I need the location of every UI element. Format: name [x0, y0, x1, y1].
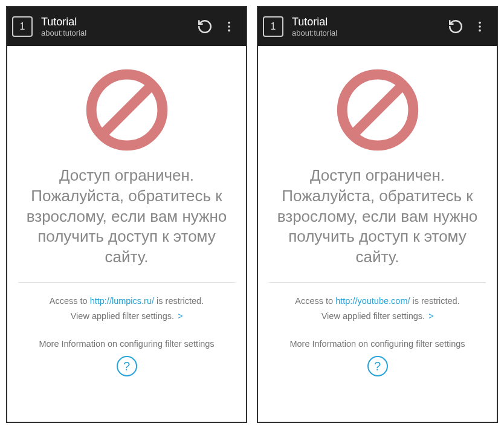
svg-point-7 [479, 30, 481, 32]
chevron-right-icon: > [428, 311, 433, 321]
tab-count: 1 [271, 21, 276, 32]
svg-point-1 [228, 25, 230, 28]
access-suffix: is restricted. [410, 296, 460, 306]
filter-link-text: View applied filter settings. [71, 311, 176, 321]
filter-settings-link[interactable]: View applied filter settings. > [321, 309, 434, 324]
svg-point-2 [228, 30, 230, 32]
reload-button[interactable] [193, 15, 217, 39]
page-title: Tutorial [292, 15, 444, 29]
tabs-button[interactable]: 1 [12, 16, 33, 37]
help-button[interactable]: ? [367, 356, 388, 376]
blocked-url-link[interactable]: http://lumpics.ru/ [90, 296, 154, 306]
blocked-page-content: Доступ ограничен. Пожалуйста, обратитесь… [258, 46, 497, 422]
filter-settings-link[interactable]: View applied filter settings. > [71, 309, 183, 324]
restriction-headline: Доступ ограничен. Пожалуйста, обратитесь… [269, 166, 486, 280]
filter-link-text: View applied filter settings. [321, 311, 427, 321]
help-button[interactable]: ? [117, 356, 137, 376]
address-title-block[interactable]: Tutorial about:tutorial [292, 15, 444, 39]
overflow-menu-button[interactable] [468, 15, 492, 39]
access-suffix: is restricted. [154, 296, 204, 306]
more-vert-icon [222, 20, 236, 33]
more-info-text: More Information on configuring filter s… [289, 339, 465, 349]
phone-screen: 1 Tutorial about:tutorial Доступ огранич… [257, 6, 498, 423]
reload-icon [197, 19, 213, 34]
tabs-button[interactable]: 1 [263, 16, 283, 37]
help-icon: ? [123, 360, 130, 373]
access-prefix: Access to [295, 296, 335, 306]
divider [269, 282, 486, 283]
tab-count: 1 [20, 21, 25, 32]
blocked-icon [85, 68, 169, 152]
address-title-block[interactable]: Tutorial about:tutorial [41, 15, 193, 39]
access-restricted-line: Access to http://lumpics.ru/ is restrict… [50, 294, 204, 309]
svg-point-0 [228, 22, 230, 24]
overflow-menu-button[interactable] [217, 15, 241, 39]
page-url: about:tutorial [41, 28, 193, 38]
browser-toolbar: 1 Tutorial about:tutorial [7, 7, 246, 46]
svg-point-6 [479, 25, 481, 28]
restriction-headline: Доступ ограничен. Пожалуйста, обратитесь… [18, 166, 235, 280]
help-icon: ? [374, 360, 381, 373]
page-title: Tutorial [41, 15, 193, 29]
svg-point-5 [479, 22, 481, 24]
divider [18, 282, 235, 283]
browser-toolbar: 1 Tutorial about:tutorial [258, 7, 497, 46]
blocked-page-content: Доступ ограничен. Пожалуйста, обратитесь… [7, 46, 246, 422]
chevron-right-icon: > [178, 311, 183, 321]
page-url: about:tutorial [292, 28, 444, 38]
more-info-text: More Information on configuring filter s… [39, 339, 214, 349]
access-restricted-line: Access to http://youtube.com/ is restric… [295, 294, 459, 309]
reload-button[interactable] [444, 15, 468, 39]
blocked-icon [335, 68, 420, 152]
blocked-url-link[interactable]: http://youtube.com/ [335, 296, 410, 306]
svg-line-4 [105, 88, 149, 132]
reload-icon [448, 19, 464, 34]
more-vert-icon [473, 20, 486, 33]
svg-line-9 [355, 88, 399, 132]
phone-screen: 1 Tutorial about:tutorial Доступ огранич… [6, 6, 247, 423]
access-prefix: Access to [50, 296, 90, 306]
